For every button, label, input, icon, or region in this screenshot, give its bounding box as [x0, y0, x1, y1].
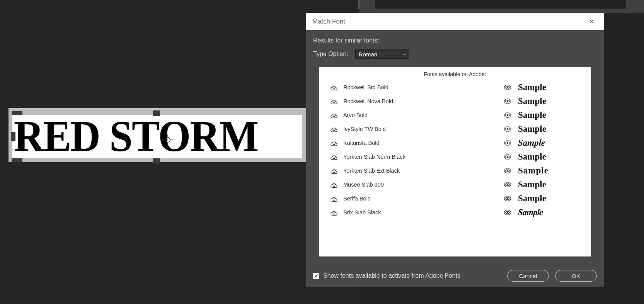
font-sample-preview: Sample — [518, 82, 584, 92]
close-icon[interactable]: ✕ — [586, 16, 598, 27]
font-result-row[interactable]: Rockwell Std BoldSample — [326, 80, 584, 94]
font-sample-preview: Sample — [518, 166, 584, 176]
font-name: Brix Slab Black — [342, 209, 497, 216]
creative-cloud-icon — [497, 209, 518, 216]
creative-cloud-icon — [497, 181, 518, 189]
font-name: Serifa Bold — [342, 195, 497, 202]
fonts-panel: Fonts available on Adobe: Rockwell Std B… — [319, 67, 591, 256]
checkbox-icon[interactable]: ✔ — [313, 273, 319, 279]
text-sample-layer: RED STORM — [12, 115, 302, 158]
app-top-strip — [359, 0, 644, 13]
font-result-row[interactable]: Serifa BoldSample — [326, 192, 584, 205]
cloud-download-icon[interactable] — [326, 180, 342, 189]
font-result-row[interactable]: Yorkten Slab Ext BlackSample — [326, 164, 584, 178]
font-sample-preview: Sample — [518, 110, 584, 120]
cancel-button-label: Cancel — [519, 273, 537, 279]
font-result-row[interactable]: Brix Slab BlackSample — [326, 205, 584, 219]
type-option-value: Roman — [359, 51, 377, 58]
font-result-row[interactable]: IvyStyle TW BoldSample — [326, 122, 584, 136]
font-sample-preview: Sample — [518, 124, 584, 134]
font-sample-preview: Sample — [518, 207, 584, 217]
font-sample-preview: Sample — [518, 96, 584, 106]
type-option-label: Type Option: — [313, 51, 348, 58]
font-sample-preview: Sample — [518, 180, 584, 190]
cancel-button[interactable]: Cancel — [507, 270, 549, 282]
font-name: Arvo Bold — [342, 112, 497, 118]
font-result-row[interactable]: Arvo BoldSample — [326, 108, 584, 122]
checkbox-label: Show fonts available to activate from Ad… — [323, 272, 460, 279]
results-label: Results for similar fonts: — [313, 37, 597, 44]
font-name: Museo Slab 900 — [342, 182, 497, 188]
dialog-body: Results for similar fonts: Type Option: … — [306, 30, 604, 256]
font-result-row[interactable]: Museo Slab 900Sample — [326, 178, 584, 192]
font-sample-preview: Sample — [518, 152, 584, 162]
type-option-select[interactable]: Roman ▾ — [355, 49, 409, 59]
font-name: Rockwell Std Bold — [342, 84, 497, 90]
cloud-download-icon[interactable] — [326, 111, 342, 119]
font-sample-preview: Sample — [518, 138, 584, 148]
cloud-download-icon[interactable] — [326, 125, 342, 133]
cloud-download-icon[interactable] — [326, 194, 342, 203]
font-sample-preview: Sample — [518, 194, 584, 204]
show-adobe-fonts-checkbox-row[interactable]: ✔ Show fonts available to activate from … — [313, 272, 460, 279]
dialog-titlebar[interactable]: Match Font ✕ — [306, 13, 604, 30]
dialog-title: Match Font — [312, 18, 345, 25]
cloud-download-icon[interactable] — [326, 153, 342, 161]
cloud-download-icon[interactable] — [326, 208, 342, 217]
creative-cloud-icon — [497, 125, 518, 133]
canvas-area: RED STORM — [0, 0, 359, 304]
type-option-row: Type Option: Roman ▾ — [313, 49, 597, 59]
chevron-down-icon: ▾ — [404, 52, 406, 56]
creative-cloud-icon — [497, 153, 518, 161]
ok-button[interactable]: OK — [555, 270, 597, 282]
creative-cloud-icon — [497, 97, 518, 105]
creative-cloud-icon — [497, 139, 518, 147]
cloud-download-icon[interactable] — [326, 139, 342, 147]
sample-text: RED STORM — [12, 115, 258, 158]
font-result-row[interactable]: Rockwell Nova BoldSample — [326, 94, 584, 108]
dialog-footer: ✔ Show fonts available to activate from … — [313, 270, 597, 282]
creative-cloud-icon — [497, 111, 518, 119]
match-font-dialog: Match Font ✕ Results for similar fonts: … — [306, 13, 604, 287]
app-top-strip-inner — [375, 0, 626, 8]
font-name: Yorkten Slab Norm Black — [342, 154, 497, 160]
font-result-list: Rockwell Std BoldSampleRockwell Nova Bol… — [326, 80, 584, 219]
font-name: Kulturista Bold — [342, 140, 497, 146]
font-name: Rockwell Nova Bold — [342, 98, 497, 104]
fonts-panel-title: Fonts available on Adobe: — [326, 71, 584, 77]
creative-cloud-icon — [497, 167, 518, 175]
cloud-download-icon[interactable] — [326, 166, 342, 175]
font-name: Yorkten Slab Ext Black — [342, 168, 497, 174]
document-canvas[interactable]: RED STORM — [9, 108, 306, 162]
creative-cloud-icon — [497, 195, 518, 202]
cloud-download-icon[interactable] — [326, 83, 342, 92]
font-result-row[interactable]: Yorkten Slab Norm BlackSample — [326, 150, 584, 164]
cloud-download-icon[interactable] — [326, 97, 342, 105]
dialog-buttons: Cancel OK — [507, 270, 597, 282]
font-name: IvyStyle TW Bold — [342, 126, 497, 132]
ok-button-label: OK — [572, 273, 580, 279]
creative-cloud-icon — [497, 83, 518, 91]
font-result-row[interactable]: Kulturista BoldSample — [326, 136, 584, 150]
